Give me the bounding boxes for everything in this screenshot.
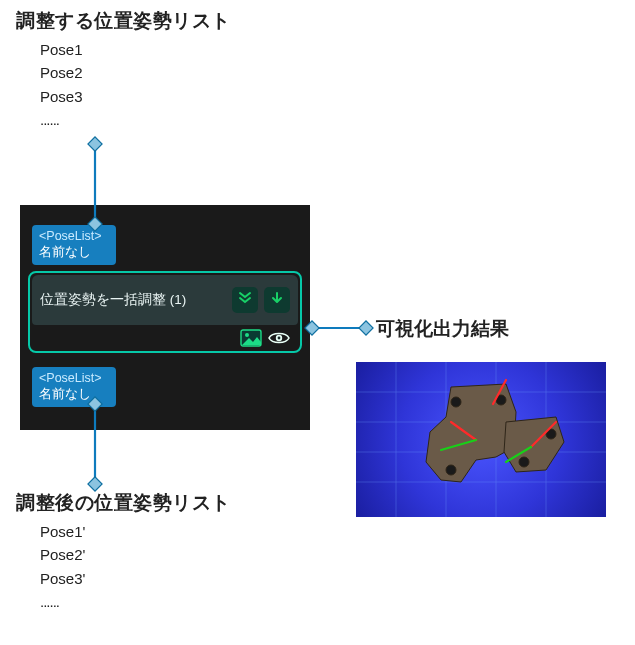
list-ellipsis: ...... [40,108,83,131]
collapse-button[interactable] [232,287,258,313]
node-frame[interactable]: 位置姿勢を一括調整 (1) [28,271,302,353]
output-heading: 調整後の位置姿勢リスト [16,490,231,516]
svg-point-3 [278,337,281,340]
eye-icon[interactable] [268,330,290,346]
port-type: <PoseList> [39,229,109,245]
list-ellipsis: ...... [40,590,85,613]
svg-point-1 [245,333,249,337]
port-name: 名前なし [39,245,109,261]
list-item: Pose3' [40,567,85,590]
svg-point-12 [451,397,461,407]
image-icon [240,329,262,347]
list-item: Pose1 [40,38,83,61]
port-name: 名前なし [39,387,109,403]
chevron-double-down-icon [238,291,252,309]
node-body: 位置姿勢を一括調整 (1) [32,275,298,325]
output-port[interactable]: <PoseList> 名前なし [32,367,116,407]
input-port[interactable]: <PoseList> 名前なし [32,225,116,265]
list-item: Pose2 [40,61,83,84]
port-type: <PoseList> [39,371,109,387]
list-item: Pose1' [40,520,85,543]
list-item: Pose3 [40,85,83,108]
output-pose-list: Pose1' Pose2' Pose3' ...... [40,520,85,613]
viz-output-image [356,362,606,517]
input-heading: 調整する位置姿勢リスト [16,8,231,34]
viz-output-label: 可視化出力結果 [376,316,509,342]
svg-point-14 [446,465,456,475]
arrow-button[interactable] [264,287,290,313]
svg-point-16 [519,457,529,467]
arrow-down-icon [270,291,284,309]
input-pose-list: Pose1 Pose2 Pose3 ...... [40,38,83,131]
list-item: Pose2' [40,543,85,566]
node-title: 位置姿勢を一括調整 (1) [40,291,226,309]
node-canvas: <PoseList> 名前なし 位置姿勢を一括調整 (1) [20,205,310,430]
